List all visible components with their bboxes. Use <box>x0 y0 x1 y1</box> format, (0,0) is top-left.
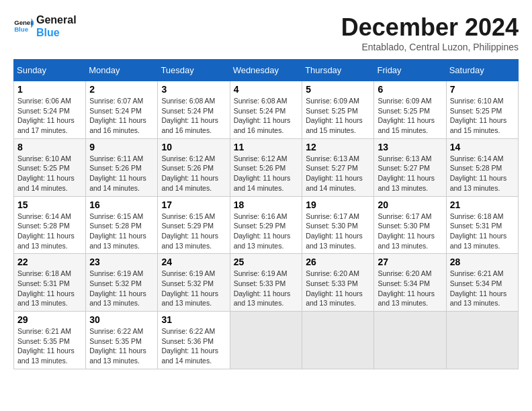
day-info: Sunrise: 6:08 AMSunset: 5:24 PMDaylight:… <box>161 96 226 136</box>
day-number: 6 <box>378 84 442 95</box>
weekday-header-saturday: Saturday <box>446 60 518 81</box>
calendar-cell: 29Sunrise: 6:21 AMSunset: 5:35 PMDayligh… <box>14 312 86 369</box>
weekday-header-tuesday: Tuesday <box>158 60 230 81</box>
day-number: 16 <box>89 199 154 210</box>
day-info: Sunrise: 6:17 AMSunset: 5:30 PMDaylight:… <box>306 212 370 251</box>
day-number: 31 <box>161 314 226 325</box>
day-info: Sunrise: 6:09 AMSunset: 5:25 PMDaylight:… <box>306 96 370 136</box>
calendar-cell: 23Sunrise: 6:19 AMSunset: 5:32 PMDayligh… <box>86 254 158 312</box>
day-info: Sunrise: 6:06 AMSunset: 5:24 PMDaylight:… <box>17 96 82 136</box>
calendar-week-3: 15Sunrise: 6:14 AMSunset: 5:28 PMDayligh… <box>14 196 519 254</box>
day-number: 10 <box>161 142 226 152</box>
day-number: 22 <box>17 257 82 267</box>
calendar-week-2: 8Sunrise: 6:10 AMSunset: 5:25 PMDaylight… <box>14 138 519 196</box>
calendar-cell <box>302 312 374 369</box>
calendar-cell: 26Sunrise: 6:20 AMSunset: 5:33 PMDayligh… <box>302 254 374 312</box>
calendar-cell: 20Sunrise: 6:17 AMSunset: 5:30 PMDayligh… <box>374 196 446 254</box>
calendar-week-1: 1Sunrise: 6:06 AMSunset: 5:24 PMDaylight… <box>14 81 519 139</box>
calendar-week-4: 22Sunrise: 6:18 AMSunset: 5:31 PMDayligh… <box>14 254 519 312</box>
day-info: Sunrise: 6:14 AMSunset: 5:28 PMDaylight:… <box>17 212 82 251</box>
calendar-cell: 10Sunrise: 6:12 AMSunset: 5:26 PMDayligh… <box>158 138 230 196</box>
weekday-header-wednesday: Wednesday <box>230 60 302 81</box>
day-info: Sunrise: 6:21 AMSunset: 5:35 PMDaylight:… <box>17 326 82 366</box>
day-number: 12 <box>306 142 370 152</box>
calendar-cell: 16Sunrise: 6:15 AMSunset: 5:28 PMDayligh… <box>86 196 158 254</box>
day-info: Sunrise: 6:12 AMSunset: 5:26 PMDaylight:… <box>161 154 226 193</box>
day-number: 30 <box>89 314 154 325</box>
day-number: 21 <box>450 199 515 210</box>
weekday-header-monday: Monday <box>86 60 158 81</box>
calendar-cell: 27Sunrise: 6:20 AMSunset: 5:34 PMDayligh… <box>374 254 446 312</box>
weekday-header-sunday: Sunday <box>14 60 86 81</box>
day-info: Sunrise: 6:21 AMSunset: 5:34 PMDaylight:… <box>450 269 515 308</box>
weekday-header-thursday: Thursday <box>302 60 374 81</box>
day-number: 20 <box>378 199 442 210</box>
day-info: Sunrise: 6:19 AMSunset: 5:32 PMDaylight:… <box>161 269 226 308</box>
day-number: 1 <box>17 84 82 95</box>
day-number: 8 <box>17 142 82 152</box>
day-number: 11 <box>234 142 299 152</box>
calendar-cell: 28Sunrise: 6:21 AMSunset: 5:34 PMDayligh… <box>446 254 518 312</box>
day-info: Sunrise: 6:09 AMSunset: 5:25 PMDaylight:… <box>378 96 442 136</box>
calendar-cell <box>446 312 518 369</box>
day-info: Sunrise: 6:07 AMSunset: 5:24 PMDaylight:… <box>89 96 154 136</box>
location-title: Entablado, Central Luzon, Philippines <box>341 42 519 52</box>
day-number: 24 <box>161 257 226 267</box>
calendar-week-5: 29Sunrise: 6:21 AMSunset: 5:35 PMDayligh… <box>14 312 519 369</box>
logo-line2: Blue <box>36 26 77 39</box>
calendar-cell: 24Sunrise: 6:19 AMSunset: 5:32 PMDayligh… <box>158 254 230 312</box>
title-area: December 2024 Entablado, Central Luzon, … <box>341 13 519 52</box>
day-number: 15 <box>17 199 82 210</box>
day-number: 26 <box>306 257 370 267</box>
day-info: Sunrise: 6:13 AMSunset: 5:27 PMDaylight:… <box>306 154 370 193</box>
day-info: Sunrise: 6:15 AMSunset: 5:29 PMDaylight:… <box>161 212 226 251</box>
day-info: Sunrise: 6:17 AMSunset: 5:30 PMDaylight:… <box>378 212 442 251</box>
day-number: 14 <box>450 142 515 152</box>
calendar-cell: 6Sunrise: 6:09 AMSunset: 5:25 PMDaylight… <box>374 81 446 139</box>
logo: General Blue General Blue <box>13 13 77 39</box>
calendar-cell: 7Sunrise: 6:10 AMSunset: 5:25 PMDaylight… <box>446 81 518 139</box>
calendar-cell: 11Sunrise: 6:12 AMSunset: 5:26 PMDayligh… <box>230 138 302 196</box>
day-number: 25 <box>234 257 299 267</box>
weekday-header-row: SundayMondayTuesdayWednesdayThursdayFrid… <box>14 60 519 81</box>
calendar-cell: 13Sunrise: 6:13 AMSunset: 5:27 PMDayligh… <box>374 138 446 196</box>
day-info: Sunrise: 6:10 AMSunset: 5:25 PMDaylight:… <box>17 154 82 193</box>
calendar-cell: 4Sunrise: 6:08 AMSunset: 5:24 PMDaylight… <box>230 81 302 139</box>
day-info: Sunrise: 6:19 AMSunset: 5:33 PMDaylight:… <box>234 269 299 308</box>
weekday-header-friday: Friday <box>374 60 446 81</box>
day-number: 17 <box>161 199 226 210</box>
day-info: Sunrise: 6:08 AMSunset: 5:24 PMDaylight:… <box>234 96 299 136</box>
calendar-cell: 18Sunrise: 6:16 AMSunset: 5:29 PMDayligh… <box>230 196 302 254</box>
day-info: Sunrise: 6:18 AMSunset: 5:31 PMDaylight:… <box>450 212 515 251</box>
calendar-cell <box>230 312 302 369</box>
day-info: Sunrise: 6:22 AMSunset: 5:35 PMDaylight:… <box>89 326 154 366</box>
day-info: Sunrise: 6:19 AMSunset: 5:32 PMDaylight:… <box>89 269 154 308</box>
day-info: Sunrise: 6:16 AMSunset: 5:29 PMDaylight:… <box>234 212 299 251</box>
day-number: 5 <box>306 84 370 95</box>
day-number: 3 <box>161 84 226 95</box>
day-info: Sunrise: 6:10 AMSunset: 5:25 PMDaylight:… <box>450 96 515 136</box>
calendar-cell: 19Sunrise: 6:17 AMSunset: 5:30 PMDayligh… <box>302 196 374 254</box>
day-number: 29 <box>17 314 82 325</box>
calendar-cell: 21Sunrise: 6:18 AMSunset: 5:31 PMDayligh… <box>446 196 518 254</box>
calendar-cell: 8Sunrise: 6:10 AMSunset: 5:25 PMDaylight… <box>14 138 86 196</box>
day-info: Sunrise: 6:20 AMSunset: 5:33 PMDaylight:… <box>306 269 370 308</box>
calendar-cell: 17Sunrise: 6:15 AMSunset: 5:29 PMDayligh… <box>158 196 230 254</box>
calendar-cell: 9Sunrise: 6:11 AMSunset: 5:26 PMDaylight… <box>86 138 158 196</box>
day-info: Sunrise: 6:12 AMSunset: 5:26 PMDaylight:… <box>234 154 299 193</box>
calendar-cell: 3Sunrise: 6:08 AMSunset: 5:24 PMDaylight… <box>158 81 230 139</box>
day-info: Sunrise: 6:11 AMSunset: 5:26 PMDaylight:… <box>89 154 154 193</box>
day-number: 2 <box>89 84 154 95</box>
day-number: 13 <box>378 142 442 152</box>
calendar-cell: 1Sunrise: 6:06 AMSunset: 5:24 PMDaylight… <box>14 81 86 139</box>
calendar-cell: 5Sunrise: 6:09 AMSunset: 5:25 PMDaylight… <box>302 81 374 139</box>
calendar-cell: 15Sunrise: 6:14 AMSunset: 5:28 PMDayligh… <box>14 196 86 254</box>
logo-line1: General <box>36 13 77 26</box>
day-info: Sunrise: 6:14 AMSunset: 5:28 PMDaylight:… <box>450 154 515 193</box>
day-number: 28 <box>450 257 515 267</box>
day-number: 19 <box>306 199 370 210</box>
calendar-cell: 12Sunrise: 6:13 AMSunset: 5:27 PMDayligh… <box>302 138 374 196</box>
day-info: Sunrise: 6:18 AMSunset: 5:31 PMDaylight:… <box>17 269 82 308</box>
day-info: Sunrise: 6:15 AMSunset: 5:28 PMDaylight:… <box>89 212 154 251</box>
month-title: December 2024 <box>341 13 519 42</box>
